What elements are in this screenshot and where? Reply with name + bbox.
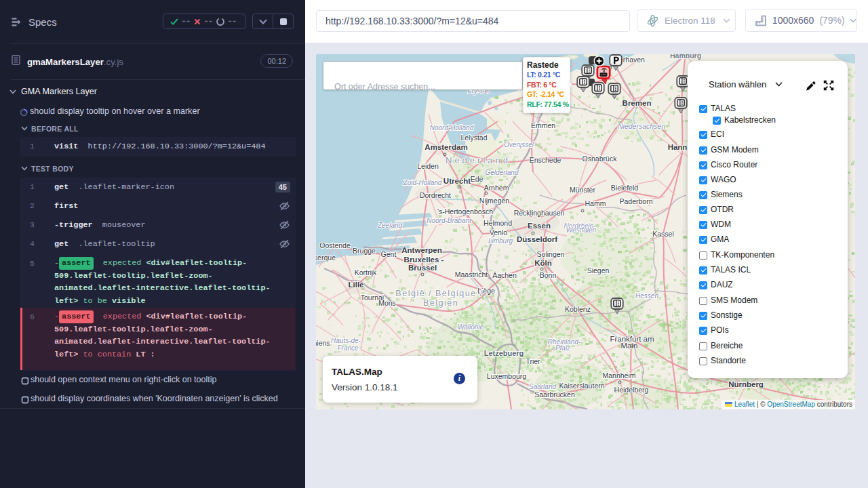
svg-text:Heidelberg: Heidelberg — [614, 386, 649, 394]
svg-text:Pfalz: Pfalz — [555, 344, 570, 352]
svg-text:Koblenz: Koblenz — [565, 305, 591, 313]
svg-text:Saarbrücken: Saarbrücken — [534, 390, 575, 399]
svg-text:Brussel: Brussel — [408, 264, 437, 272]
svg-text:Brugge: Brugge — [353, 247, 376, 255]
svg-text:Noord-Brabant: Noord-Brabant — [427, 217, 472, 224]
svg-text:Wallonie: Wallonie — [458, 323, 484, 331]
svg-text:Aachen: Aachen — [492, 271, 517, 279]
svg-text:Kortrijk: Kortrijk — [355, 268, 377, 277]
svg-text:'s-Hertogenbosch: 's-Hertogenbosch — [437, 207, 493, 216]
svg-text:Saarland: Saarland — [529, 383, 556, 390]
svg-text:Kassel: Kassel — [652, 230, 674, 238]
svg-text:Dordrecht: Dordrecht — [420, 191, 451, 199]
svg-text:Noord-Holland: Noord-Holland — [430, 124, 474, 131]
svg-text:Niedersachsen: Niedersachsen — [618, 122, 665, 130]
svg-text:erhaven: erhaven — [619, 56, 645, 64]
svg-text:Kaiserslautern: Kaiserslautern — [559, 382, 604, 390]
svg-text:Nürnberg: Nürnberg — [728, 380, 764, 388]
svg-text:Maastricht: Maastricht — [455, 270, 488, 279]
svg-text:Bielefeld: Bielefeld — [611, 184, 638, 192]
svg-text:Limburg: Limburg — [488, 237, 513, 245]
svg-text:Oostende: Oostende — [319, 241, 351, 249]
svg-text:Hauts-de-: Hauts-de- — [331, 337, 361, 344]
svg-text:Nederland: Nederland — [446, 155, 511, 165]
svg-text:Gent: Gent — [381, 250, 397, 258]
svg-text:Main: Main — [621, 342, 638, 350]
svg-text:Lelystad: Lelystad — [460, 134, 487, 142]
svg-text:Hann: Hann — [668, 143, 688, 151]
svg-text:Westfalen: Westfalen — [566, 226, 597, 234]
svg-text:Trier: Trier — [526, 357, 540, 365]
svg-text:Essen: Essen — [528, 222, 551, 230]
svg-text:Paderborn: Paderborn — [619, 197, 652, 205]
svg-text:Zeeland: Zeeland — [377, 222, 403, 229]
svg-text:Münster: Münster — [570, 186, 595, 194]
svg-text:Enschede: Enschede — [530, 156, 561, 164]
svg-text:Ede: Ede — [471, 175, 484, 183]
svg-text:Helmond: Helmond — [484, 219, 512, 227]
svg-text:Bruxelles -: Bruxelles - — [404, 256, 444, 264]
svg-text:Bremen: Bremen — [623, 99, 652, 107]
svg-text:Overijssel: Overijssel — [504, 141, 534, 148]
svg-text:Bonn: Bonn — [540, 271, 557, 279]
svg-text:Zuid-Holland: Zuid-Holland — [403, 179, 442, 186]
svg-text:Venlo: Venlo — [490, 228, 507, 237]
svg-text:Belgien: Belgien — [423, 298, 458, 308]
svg-text:Utrecht: Utrecht — [443, 177, 471, 185]
svg-text:Mannheim: Mannheim — [602, 371, 635, 380]
svg-text:Antwerpen: Antwerpen — [401, 246, 441, 254]
svg-text:Recklinghausen: Recklinghausen — [514, 209, 565, 217]
svg-text:Nijmegen: Nijmegen — [479, 197, 510, 205]
svg-text:Hamburg: Hamburg — [670, 54, 701, 60]
svg-text:Arnhem: Arnhem — [484, 184, 509, 192]
svg-text:niens: niens — [316, 339, 330, 347]
svg-text:Siegen: Siegen — [587, 266, 610, 274]
svg-text:Lille: Lille — [348, 281, 363, 289]
svg-text:France: France — [337, 344, 359, 352]
svg-text:Letzebuerg: Letzebuerg — [484, 349, 524, 357]
svg-text:Gelderland: Gelderland — [486, 169, 519, 176]
svg-text:Emmen: Emmen — [531, 121, 555, 129]
svg-text:Osnabrück: Osnabrück — [583, 155, 618, 163]
svg-text:Hessen: Hessen — [635, 292, 658, 300]
svg-text:Leiden: Leiden — [417, 162, 439, 170]
svg-text:Luxembourg: Luxembourg — [487, 372, 527, 380]
svg-text:Solingen: Solingen — [537, 250, 565, 258]
svg-text:België / Belgique /: België / Belgique / — [395, 289, 483, 298]
svg-text:Mons: Mons — [378, 299, 396, 307]
svg-text:Amsterdam: Amsterdam — [425, 143, 467, 151]
svg-text:Düsseldorf: Düsseldorf — [517, 235, 557, 243]
svg-text:nkerque: nkerque — [316, 253, 336, 262]
svg-text:Köln: Köln — [534, 259, 552, 267]
svg-text:Hamm: Hamm — [585, 199, 606, 207]
